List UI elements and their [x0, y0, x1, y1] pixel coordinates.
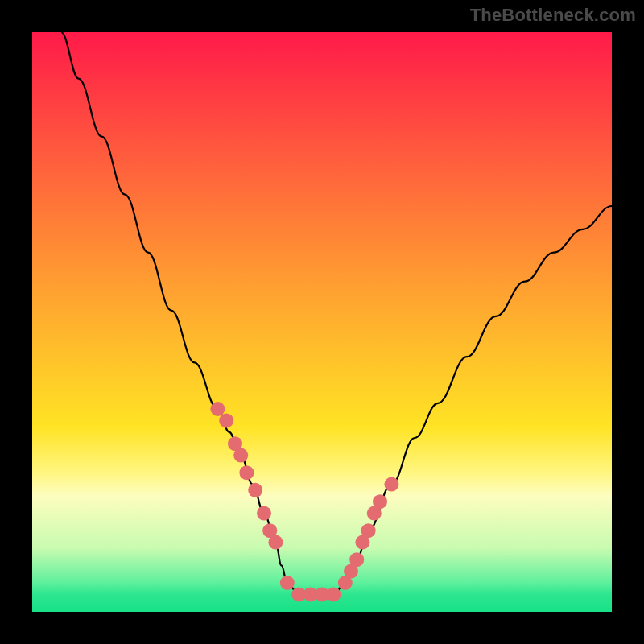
data-marker — [373, 494, 387, 509]
chart-frame: TheBottleneck.com — [0, 0, 644, 644]
data-marker — [219, 413, 233, 427]
bottleneck-curve — [61, 32, 612, 594]
data-marker — [257, 506, 271, 521]
data-marker — [349, 552, 364, 567]
chart-svg — [32, 32, 612, 612]
watermark-text: TheBottleneck.com — [470, 5, 636, 26]
marker-group — [210, 402, 398, 601]
data-marker — [233, 448, 248, 463]
data-marker — [280, 576, 295, 590]
data-marker — [268, 535, 283, 550]
plot-area — [32, 32, 612, 612]
data-marker — [326, 587, 341, 601]
data-marker — [239, 465, 254, 480]
data-marker — [361, 523, 376, 538]
data-marker — [210, 402, 225, 416]
data-marker — [248, 483, 262, 497]
data-marker — [384, 477, 398, 492]
